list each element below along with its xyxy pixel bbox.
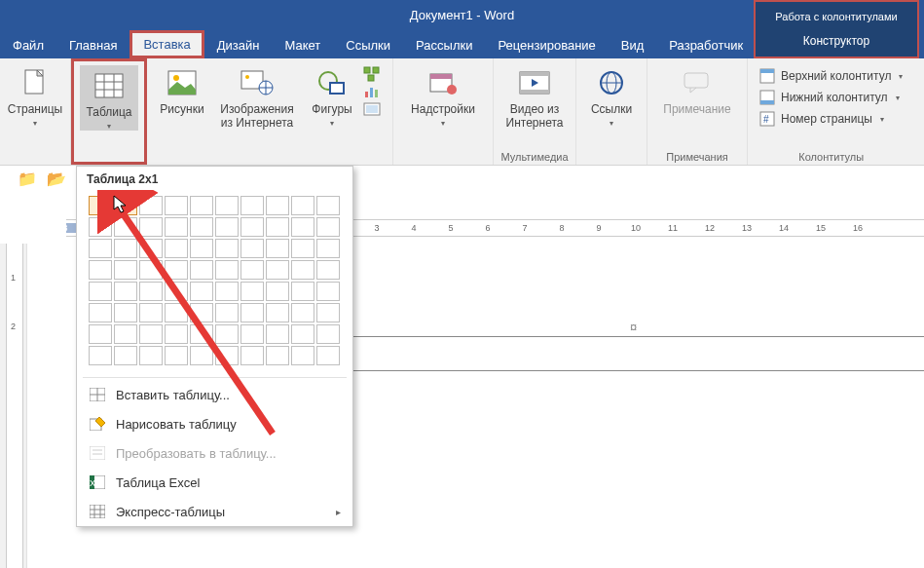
grid-cell[interactable]	[291, 303, 314, 322]
tab-file[interactable]: Файл	[0, 32, 56, 58]
tab-insert[interactable]: Вставка	[129, 30, 203, 58]
grid-cell[interactable]	[266, 346, 289, 365]
grid-cell[interactable]	[190, 282, 213, 301]
grid-cell[interactable]	[291, 196, 314, 215]
grid-cell[interactable]	[215, 260, 239, 280]
grid-cell[interactable]	[139, 303, 163, 322]
tab-review[interactable]: Рецензирование	[485, 32, 608, 58]
page-number-button[interactable]: # Номер страницы▾	[754, 109, 908, 129]
tab-layout[interactable]: Макет	[272, 32, 333, 58]
grid-cell[interactable]	[316, 217, 340, 237]
grid-cell[interactable]	[240, 196, 264, 215]
grid-cell[interactable]	[165, 282, 188, 301]
grid-cell[interactable]	[89, 217, 112, 237]
grid-cell[interactable]	[316, 196, 340, 215]
chart-icon[interactable]	[363, 84, 387, 99]
grid-cell[interactable]	[114, 324, 137, 344]
grid-cell[interactable]	[266, 303, 289, 322]
folder-icon[interactable]: 📁	[18, 170, 37, 188]
grid-cell[interactable]	[89, 282, 112, 301]
tab-design[interactable]: Дизайн	[204, 32, 273, 58]
grid-cell[interactable]	[165, 217, 188, 237]
grid-cell[interactable]	[215, 282, 239, 301]
grid-cell[interactable]	[266, 324, 289, 344]
pictures-button[interactable]: Рисунки	[153, 62, 211, 165]
grid-cell[interactable]	[240, 282, 264, 301]
grid-cell[interactable]	[114, 239, 137, 258]
grid-cell[interactable]	[215, 196, 239, 215]
grid-cell[interactable]	[215, 239, 239, 258]
tab-references[interactable]: Ссылки	[333, 32, 403, 58]
grid-cell[interactable]	[240, 217, 264, 237]
tab-view[interactable]: Вид	[609, 32, 657, 58]
grid-cell[interactable]	[165, 196, 188, 215]
online-pictures-button[interactable]: Изображенияиз Интернета	[213, 62, 301, 165]
grid-cell[interactable]	[240, 260, 264, 280]
grid-cell[interactable]	[190, 324, 213, 344]
grid-cell[interactable]	[291, 239, 314, 258]
grid-cell[interactable]	[240, 239, 264, 258]
grid-cell[interactable]	[89, 324, 112, 344]
grid-cell[interactable]	[266, 217, 289, 237]
grid-cell[interactable]	[89, 346, 112, 365]
quick-tables-menu-item[interactable]: Экспресс-таблицы ▸	[77, 497, 352, 526]
grid-cell[interactable]	[316, 239, 340, 258]
grid-cell[interactable]	[114, 346, 137, 365]
grid-cell[interactable]	[291, 324, 314, 344]
grid-cell[interactable]	[165, 303, 188, 322]
grid-cell[interactable]	[316, 303, 340, 322]
grid-cell[interactable]	[266, 260, 289, 280]
grid-cell[interactable]	[89, 239, 112, 258]
grid-cell[interactable]	[139, 324, 163, 344]
links-button[interactable]: Ссылки ▾	[582, 62, 641, 128]
grid-cell[interactable]	[114, 303, 137, 322]
grid-cell[interactable]	[114, 217, 137, 237]
table-button[interactable]: Таблица ▾	[80, 65, 138, 131]
grid-cell[interactable]	[316, 260, 340, 280]
grid-cell[interactable]	[89, 260, 112, 280]
open-icon[interactable]: 📂	[47, 170, 66, 188]
table-size-grid[interactable]	[77, 190, 352, 375]
grid-cell[interactable]	[114, 260, 137, 280]
grid-cell[interactable]	[240, 346, 264, 365]
grid-cell[interactable]	[89, 303, 112, 322]
grid-cell[interactable]	[190, 196, 213, 215]
grid-cell[interactable]	[139, 346, 163, 365]
grid-cell[interactable]	[316, 324, 340, 344]
grid-cell[interactable]	[190, 260, 213, 280]
screenshot-icon[interactable]	[363, 101, 387, 117]
grid-cell[interactable]	[190, 239, 213, 258]
grid-cell[interactable]	[139, 239, 163, 258]
grid-cell[interactable]	[215, 217, 239, 237]
grid-cell[interactable]	[139, 196, 163, 215]
tab-mailings[interactable]: Рассылки	[403, 32, 485, 58]
grid-cell[interactable]	[291, 282, 314, 301]
grid-cell[interactable]	[114, 282, 137, 301]
addins-button[interactable]: Надстройки ▾	[399, 62, 487, 128]
tab-constructor[interactable]: Конструктор	[803, 34, 869, 48]
grid-cell[interactable]	[215, 346, 239, 365]
grid-cell[interactable]	[139, 217, 163, 237]
grid-cell[interactable]	[266, 282, 289, 301]
grid-cell[interactable]	[291, 346, 314, 365]
smartart-icon[interactable]	[363, 66, 387, 82]
footer-button[interactable]: Нижний колонтитул▾	[754, 88, 908, 107]
grid-cell[interactable]	[291, 217, 314, 237]
grid-cell[interactable]	[139, 282, 163, 301]
pages-button[interactable]: Страницы ▾	[6, 62, 64, 128]
grid-cell[interactable]	[165, 346, 188, 365]
grid-cell[interactable]	[266, 196, 289, 215]
header-button[interactable]: Верхний колонтитул▾	[754, 66, 908, 86]
online-video-button[interactable]: Видео изИнтернета	[499, 62, 570, 131]
grid-cell[interactable]	[190, 217, 213, 237]
grid-cell[interactable]	[240, 303, 264, 322]
excel-table-menu-item[interactable]: X Таблица Excel	[77, 468, 352, 497]
grid-cell[interactable]	[291, 260, 314, 280]
grid-cell[interactable]	[165, 239, 188, 258]
tab-developer[interactable]: Разработчик	[656, 32, 756, 58]
grid-cell[interactable]	[266, 239, 289, 258]
grid-cell[interactable]	[139, 260, 163, 280]
vertical-ruler[interactable]: 1 2	[6, 244, 23, 568]
grid-cell[interactable]	[190, 346, 213, 365]
grid-cell[interactable]	[316, 282, 340, 301]
